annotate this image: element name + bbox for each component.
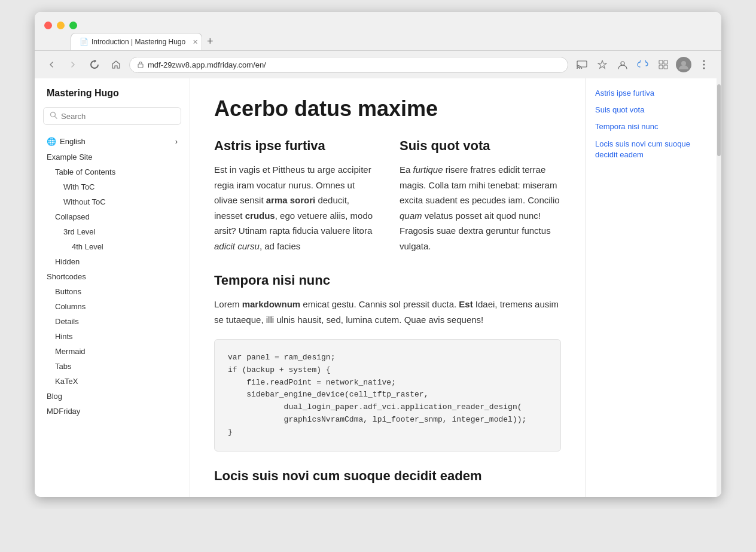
- sidebar-nav-item[interactable]: Mermaid: [35, 344, 190, 359]
- svg-point-3: [621, 62, 624, 65]
- home-button[interactable]: [108, 56, 124, 73]
- svg-rect-7: [664, 65, 667, 69]
- language-selector[interactable]: 🌐 English ›: [35, 133, 190, 150]
- scrollbar-thumb[interactable]: [717, 84, 721, 156]
- sidebar-nav-item[interactable]: With ToC: [35, 179, 190, 194]
- user-avatar: [676, 57, 691, 72]
- scrollbar-track[interactable]: [717, 78, 721, 497]
- section2-body: Ea furtique risere fratres edidit terrae…: [400, 162, 561, 254]
- browser-tab[interactable]: 📄 Introduction | Mastering Hugo ✕: [71, 33, 202, 50]
- sidebar-nav-item[interactable]: Buttons: [35, 284, 190, 299]
- search-box[interactable]: [43, 107, 181, 125]
- forward-button[interactable]: [65, 56, 81, 73]
- sidebar-title: Mastering Hugo: [35, 88, 190, 107]
- sidebar-nav-item[interactable]: 4th Level: [35, 239, 190, 254]
- toc-panel: Astris ipse furtivaSuis quot votaTempora…: [585, 78, 717, 497]
- chevron-right-icon: ›: [175, 137, 178, 146]
- svg-point-2: [577, 68, 578, 69]
- sidebar: Mastering Hugo 🌐 English › Example SiteT…: [35, 78, 190, 497]
- sidebar-nav-item[interactable]: Tabs: [35, 359, 190, 374]
- sidebar-nav-item[interactable]: Hints: [35, 329, 190, 344]
- sidebar-nav-item[interactable]: Hidden: [35, 254, 190, 269]
- sidebar-nav-item[interactable]: Collapsed: [35, 209, 190, 224]
- sidebar-nav-item[interactable]: Shortcodes: [35, 269, 190, 284]
- close-button[interactable]: [44, 22, 52, 29]
- svg-point-8: [681, 61, 686, 66]
- new-tab-button[interactable]: +: [202, 33, 218, 50]
- sidebar-nav-item[interactable]: Example Site: [35, 150, 190, 164]
- section4-heading: Locis suis novi cum suoque decidit eadem: [214, 468, 561, 484]
- profile-button[interactable]: [614, 56, 632, 74]
- svg-point-10: [703, 64, 705, 66]
- tab-title: Introduction | Mastering Hugo: [92, 38, 185, 46]
- sidebar-nav-item[interactable]: Without ToC: [35, 194, 190, 209]
- section2-heading: Suis quot vota: [400, 138, 561, 154]
- tab-close-button[interactable]: ✕: [193, 38, 198, 46]
- svg-rect-4: [659, 60, 663, 64]
- language-icon: 🌐: [47, 137, 56, 146]
- toc-link[interactable]: Tempora nisi nunc: [595, 121, 707, 132]
- url-text: mdf-29zwv8.app.mdfriday.com/en/: [148, 60, 560, 69]
- article-title: Acerbo datus maxime: [214, 96, 561, 121]
- sidebar-nav-item[interactable]: Details: [35, 314, 190, 329]
- article-content: Acerbo datus maxime Astris ipse furtiva …: [190, 78, 585, 497]
- sidebar-nav-item[interactable]: MDFriday: [35, 404, 190, 419]
- star-button[interactable]: [593, 56, 611, 74]
- search-input[interactable]: [61, 112, 175, 121]
- refresh-button[interactable]: [86, 56, 103, 73]
- sidebar-nav-item[interactable]: Columns: [35, 299, 190, 314]
- minimize-button[interactable]: [57, 22, 65, 29]
- back-button[interactable]: [43, 56, 60, 73]
- svg-rect-6: [659, 65, 663, 69]
- search-icon: [50, 111, 57, 121]
- sidebar-nav-item[interactable]: Table of Contents: [35, 164, 190, 179]
- tab-favicon: 📄: [80, 38, 88, 46]
- sidebar-nav-item[interactable]: KaTeX: [35, 374, 190, 389]
- svg-point-9: [703, 60, 705, 62]
- section1-heading: Astris ipse furtiva: [214, 138, 376, 154]
- maximize-button[interactable]: [69, 22, 77, 29]
- section3-heading: Tempora nisi nunc: [214, 273, 561, 288]
- section3-intro: Lorem markdownum emicat gestu. Cannis so…: [214, 297, 561, 327]
- language-label: English: [60, 137, 86, 146]
- svg-rect-1: [577, 61, 587, 67]
- svg-rect-5: [664, 60, 667, 64]
- sidebar-nav: Example SiteTable of ContentsWith ToCWit…: [35, 150, 190, 419]
- avatar[interactable]: [675, 56, 693, 74]
- toc-link[interactable]: Locis suis novi cum suoque decidit eadem: [595, 139, 707, 160]
- extensions-button[interactable]: [654, 56, 672, 74]
- sidebar-nav-item[interactable]: Blog: [35, 389, 190, 404]
- lock-icon: [137, 60, 144, 69]
- section1-body: Est in vagis et Pittheus tu arge accipit…: [214, 162, 376, 254]
- svg-point-11: [703, 68, 705, 69]
- toc-link[interactable]: Astris ipse furtiva: [595, 88, 707, 99]
- svg-point-12: [51, 112, 56, 117]
- svg-rect-0: [138, 64, 143, 68]
- toc-link[interactable]: Suis quot vota: [595, 105, 707, 115]
- address-bar[interactable]: mdf-29zwv8.app.mdfriday.com/en/: [129, 57, 568, 73]
- code-block: var panel = ram_design; if (backup + sys…: [214, 339, 561, 452]
- more-button[interactable]: [695, 56, 713, 74]
- cloud-button[interactable]: [634, 56, 652, 74]
- cast-button[interactable]: [573, 56, 591, 74]
- sidebar-nav-item[interactable]: 3rd Level: [35, 224, 190, 239]
